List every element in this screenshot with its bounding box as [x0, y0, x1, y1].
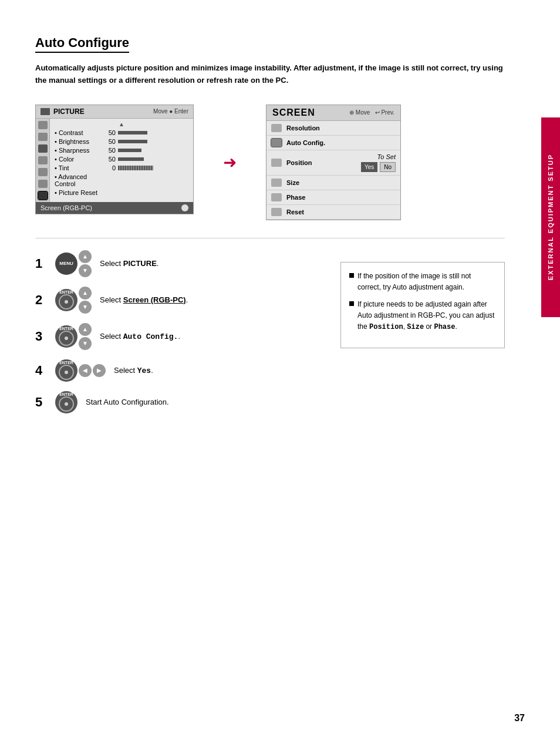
sidebar-icon-3 [38, 144, 48, 153]
sidebar-icon-2 [38, 133, 48, 141]
enter-button-3[interactable]: ENTER [55, 325, 77, 348]
picture-icon [41, 108, 50, 115]
step-2-text: Select Screen (RGB-PC). [100, 295, 188, 304]
to-set-label: To Set [377, 153, 396, 160]
resolution-item: Resolution [266, 121, 400, 136]
mockup-area: PICTURE Move ● Enter ▲ [35, 105, 505, 220]
enter-button-5[interactable]: ENTER [55, 391, 77, 413]
autoconfig-icon [271, 139, 282, 147]
sharpness-bar [118, 149, 141, 152]
step-5: 5 ENTER Start Auto Configuration. [35, 391, 323, 413]
step-3-text: Select Auto Config.. [100, 332, 180, 341]
resolution-icon [271, 124, 282, 132]
picture-menu-title: PICTURE [41, 107, 85, 116]
note-2-text: If picture needs to be adjusted again af… [357, 299, 496, 334]
right-arrow-4[interactable]: ▶ [93, 364, 106, 377]
size-icon [271, 179, 282, 187]
screen-menu: SCREEN ⊕ Move ↩ Prev. Resolution Auto Co… [266, 105, 401, 220]
sidebar-icon-1 [38, 121, 48, 129]
updown-arrows-3: ▲ ▼ [79, 323, 92, 350]
reset-item: Reset [266, 205, 400, 220]
settings-icon [181, 204, 188, 211]
step-1: 1 MENU ▲ ▼ Select PICTURE. [35, 250, 323, 277]
picture-bottom: Screen (RGB-PC) [36, 202, 193, 214]
brightness-row: • Brightness 50 [55, 138, 188, 145]
up-arrow-3[interactable]: ▲ [79, 323, 92, 336]
down-arrow-1[interactable]: ▼ [79, 264, 92, 277]
sidebar-icon-4 [38, 156, 48, 164]
steps-left: 1 MENU ▲ ▼ Select PICTURE. 2 [35, 250, 323, 423]
picture-items: ▲ • Contrast 50 • Brightness 50 • Sharpn… [50, 119, 193, 202]
up-arrow-1[interactable]: ▲ [79, 250, 92, 263]
size-item: Size [266, 176, 400, 190]
contrast-row: • Contrast 50 [55, 129, 188, 136]
down-arrow-3[interactable]: ▼ [79, 337, 92, 350]
arrow-right: ➜ [223, 153, 237, 172]
picture-menu-body: ▲ • Contrast 50 • Brightness 50 • Sharpn… [36, 119, 193, 202]
up-arrow-2[interactable]: ▲ [79, 287, 92, 300]
updown-arrows-2: ▲ ▼ [79, 287, 92, 314]
phase-icon [271, 193, 282, 201]
description: Automatically adjusts picture position a… [35, 62, 505, 87]
note-2: If picture needs to be adjusted again af… [349, 299, 496, 334]
down-arrow-2[interactable]: ▼ [79, 301, 92, 314]
no-button[interactable]: No [380, 162, 396, 172]
brightness-bar [118, 140, 147, 143]
picture-menu: PICTURE Move ● Enter ▲ [35, 105, 194, 214]
left-arrow-4[interactable]: ◀ [79, 364, 92, 377]
step-4-buttons: ENTER ◀ ▶ [55, 359, 106, 382]
step-2-number: 2 [35, 292, 47, 308]
yes-no-buttons: Yes No [361, 162, 396, 172]
sidebar-icon-7 [38, 191, 48, 200]
note-bullet-2 [349, 301, 354, 306]
lr-arrows-4: ◀ ▶ [79, 364, 106, 377]
step-1-buttons: MENU ▲ ▼ [55, 250, 92, 277]
picture-menu-header: PICTURE Move ● Enter [36, 105, 193, 119]
screen-nav: ⊕ Move ↩ Prev. [349, 109, 394, 116]
note-bullet-1 [349, 273, 354, 278]
advanced-row: • Advanced Control [55, 173, 188, 187]
picture-sidebar [36, 119, 50, 202]
page-number: 37 [514, 713, 525, 724]
screen-menu-title: SCREEN [272, 107, 315, 118]
side-tab-text: EXTERNAL EQUIPMENT SETUP [547, 154, 554, 280]
phase-item: Phase [266, 190, 400, 205]
step-1-number: 1 [35, 256, 47, 271]
sidebar-icon-5 [38, 168, 48, 176]
tint-row: • Tint 0 [55, 164, 188, 171]
step-5-number: 5 [35, 395, 47, 410]
autoconfig-item: Auto Config. [266, 136, 400, 150]
side-tab: EXTERNAL EQUIPMENT SETUP [541, 117, 560, 317]
step-3-number: 3 [35, 329, 47, 344]
page-title: Auto Configure [35, 35, 129, 53]
step-3-buttons: ENTER ▲ ▼ [55, 323, 92, 350]
color-bar [118, 157, 144, 161]
position-item: Position To Set Yes No [266, 150, 400, 176]
step-1-text: Select PICTURE. [100, 259, 158, 268]
tint-bar [118, 166, 153, 170]
reset-row: • Picture Reset [55, 189, 188, 196]
step-5-text: Start Auto Configuration. [86, 398, 169, 406]
screen-menu-header: SCREEN ⊕ Move ↩ Prev. [266, 105, 400, 121]
sidebar-icon-6 [38, 180, 48, 188]
steps-area: 1 MENU ▲ ▼ Select PICTURE. 2 [35, 250, 505, 423]
color-row: • Color 50 [55, 156, 188, 163]
step-4-number: 4 [35, 363, 47, 378]
separator [35, 238, 505, 238]
note-1: If the position of the image is still no… [349, 271, 496, 293]
step-4-text: Select Yes. [114, 366, 153, 375]
reset-icon [271, 208, 282, 216]
step-2: 2 ENTER ▲ ▼ Select [35, 287, 323, 314]
yes-button[interactable]: Yes [361, 162, 377, 172]
note-1-text: If the position of the image is still no… [357, 271, 496, 293]
menu-button[interactable]: MENU [55, 253, 77, 275]
step-4: 4 ENTER ◀ ▶ Select [35, 359, 323, 382]
sharpness-row: • Sharpness 50 [55, 147, 188, 154]
updown-arrows-1: ▲ ▼ [79, 250, 92, 277]
enter-button-4[interactable]: ENTER [55, 359, 77, 382]
enter-button-2[interactable]: ENTER [55, 289, 77, 311]
position-icon [271, 159, 282, 167]
picture-nav: Move ● Enter [153, 108, 188, 115]
contrast-bar [118, 131, 147, 134]
step-3: 3 ENTER ▲ ▼ Select [35, 323, 323, 350]
